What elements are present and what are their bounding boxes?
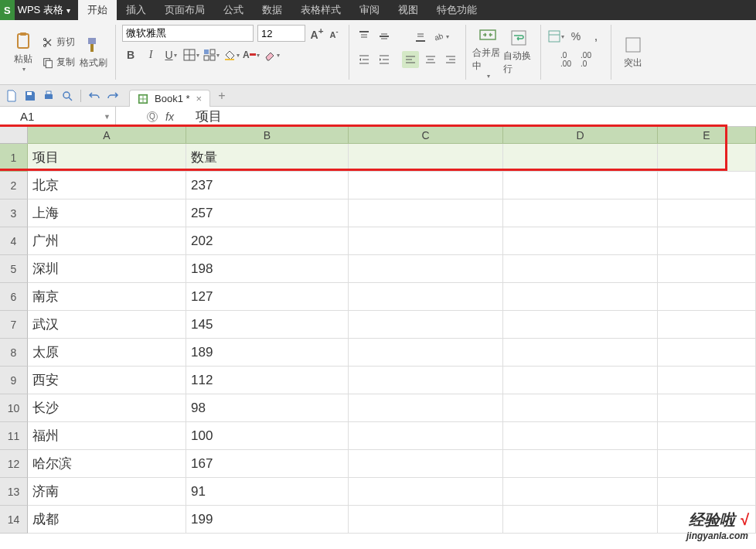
cell-E3[interactable] (658, 199, 756, 227)
row-header-2[interactable]: 2 (0, 172, 28, 199)
cut-button[interactable]: 剪切 (39, 34, 78, 51)
cell-A12[interactable]: 哈尔滨 (28, 450, 186, 478)
cell-B10[interactable]: 98 (186, 394, 349, 422)
print-button[interactable] (40, 87, 57, 104)
paste-button[interactable]: 粘贴 ▾ (8, 26, 39, 80)
comma-button[interactable]: , (587, 28, 604, 45)
cell-D4[interactable] (503, 227, 658, 255)
cell-B7[interactable]: 145 (186, 311, 349, 339)
row-header-12[interactable]: 12 (0, 450, 28, 478)
cell-A14[interactable]: 成都 (28, 506, 186, 534)
row-header-8[interactable]: 8 (0, 339, 28, 367)
cell-D6[interactable] (503, 283, 658, 311)
cell-B2[interactable]: 237 (186, 172, 349, 199)
cell-D14[interactable] (503, 506, 658, 534)
cell-A7[interactable]: 武汉 (28, 311, 186, 339)
increase-decimal-button[interactable]: .0.00 (557, 51, 574, 68)
cell-E6[interactable] (658, 283, 756, 311)
font-selector[interactable] (122, 25, 254, 42)
fx-label[interactable]: fx (165, 111, 174, 123)
copy-button[interactable]: 复制 (39, 54, 78, 71)
cell-B12[interactable]: 167 (186, 450, 349, 478)
cell-E7[interactable] (658, 311, 756, 339)
cell-A1[interactable]: 项目 (28, 144, 186, 172)
cell-D1[interactable] (503, 144, 658, 172)
cell-A2[interactable]: 北京 (28, 172, 186, 199)
cell-B3[interactable]: 257 (186, 199, 349, 227)
select-all-corner[interactable] (0, 127, 28, 144)
cell-D10[interactable] (503, 394, 658, 422)
cell-E1[interactable] (658, 144, 756, 172)
add-tab-button[interactable]: + (218, 89, 225, 103)
underline-button[interactable]: U▾ (162, 46, 179, 63)
cell-C10[interactable] (349, 394, 503, 422)
cell-C1[interactable] (349, 144, 503, 172)
cell-D9[interactable] (503, 367, 658, 394)
column-header-A[interactable]: A (28, 127, 186, 144)
font-color-button[interactable]: A▾ (243, 46, 260, 63)
cell-B6[interactable]: 127 (186, 283, 349, 311)
formula-value[interactable]: 项目 (182, 107, 222, 125)
menu-tab-2[interactable]: 页面布局 (155, 0, 214, 20)
conditional-format-button[interactable]: 突出 (618, 26, 649, 80)
chevron-down-icon[interactable]: ▼ (104, 113, 111, 121)
cell-E4[interactable] (658, 227, 756, 255)
cell-C12[interactable] (349, 450, 503, 478)
cell-A11[interactable]: 福州 (28, 422, 186, 450)
number-format-button[interactable]: ▾ (547, 28, 564, 45)
preview-button[interactable] (59, 87, 76, 104)
format-painter-button[interactable]: 格式刷 (78, 26, 109, 80)
save-button[interactable] (22, 87, 39, 104)
cell-A6[interactable]: 南京 (28, 283, 186, 311)
row-header-4[interactable]: 4 (0, 227, 28, 255)
cell-E2[interactable] (658, 172, 756, 199)
cell-C7[interactable] (349, 311, 503, 339)
row-header-11[interactable]: 11 (0, 422, 28, 450)
cell-D5[interactable] (503, 255, 658, 283)
decrease-font-button[interactable]: A- (325, 25, 342, 42)
percent-button[interactable]: % (567, 28, 584, 45)
document-tab[interactable]: Book1 * × (129, 90, 210, 107)
cell-B14[interactable]: 199 (186, 506, 349, 534)
row-header-3[interactable]: 3 (0, 199, 28, 227)
cell-C11[interactable] (349, 422, 503, 450)
align-left-button[interactable] (402, 51, 419, 68)
cell-E12[interactable] (658, 450, 756, 478)
cell-C5[interactable] (349, 255, 503, 283)
merge-center-button[interactable]: 合并居中 ▾ (472, 26, 503, 80)
cell-A5[interactable]: 深圳 (28, 255, 186, 283)
cell-C14[interactable] (349, 506, 503, 534)
cell-B11[interactable]: 100 (186, 422, 349, 450)
menu-tab-1[interactable]: 插入 (117, 0, 155, 20)
row-header-7[interactable]: 7 (0, 311, 28, 339)
italic-button[interactable]: I (142, 46, 159, 63)
cell-A13[interactable]: 济南 (28, 478, 186, 506)
row-header-1[interactable]: 1 (0, 144, 28, 172)
cell-B1[interactable]: 数量 (186, 144, 349, 172)
cell-D11[interactable] (503, 422, 658, 450)
menu-tab-5[interactable]: 表格样式 (291, 0, 350, 20)
cell-D8[interactable] (503, 339, 658, 367)
cell-C2[interactable] (349, 172, 503, 199)
menu-tab-6[interactable]: 审阅 (350, 0, 389, 20)
menu-tab-8[interactable]: 特色功能 (427, 0, 486, 20)
align-bottom-button[interactable] (412, 28, 429, 45)
bold-button[interactable]: B (122, 46, 139, 63)
row-header-13[interactable]: 13 (0, 478, 28, 506)
cell-E8[interactable] (658, 339, 756, 367)
cell-B13[interactable]: 91 (186, 478, 349, 506)
row-header-14[interactable]: 14 (0, 506, 28, 534)
cell-C8[interactable] (349, 339, 503, 367)
column-header-C[interactable]: C (349, 127, 503, 144)
column-header-E[interactable]: E (658, 127, 756, 144)
redo-button[interactable] (104, 87, 121, 104)
cell-B5[interactable]: 198 (186, 255, 349, 283)
border-button[interactable]: ▾ (182, 46, 199, 63)
close-icon[interactable]: × (196, 93, 203, 104)
row-header-6[interactable]: 6 (0, 283, 28, 311)
row-header-9[interactable]: 9 (0, 367, 28, 394)
app-dropdown-icon[interactable]: ▾ (66, 6, 70, 15)
new-button[interactable] (3, 87, 20, 104)
row-header-10[interactable]: 10 (0, 394, 28, 422)
cell-E5[interactable] (658, 255, 756, 283)
